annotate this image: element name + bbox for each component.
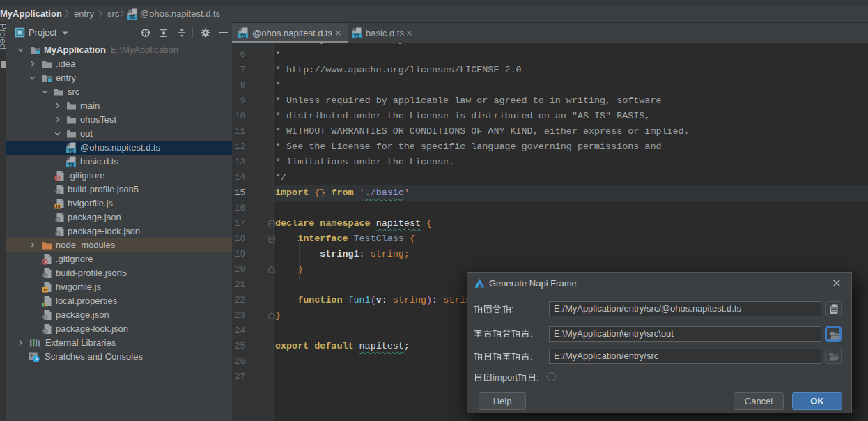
svg-text:TS: TS [68, 162, 75, 167]
svg-text:JS: JS [55, 204, 60, 208]
svg-text:TS: TS [240, 33, 247, 38]
svg-text:TS: TS [130, 15, 136, 20]
svg-text:TS: TS [68, 148, 75, 153]
svg-text:JS: JS [42, 288, 47, 292]
svg-text:TS: TS [354, 33, 360, 38]
